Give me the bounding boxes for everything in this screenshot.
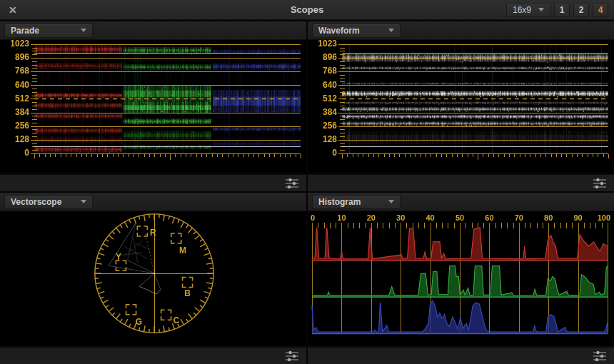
chevron-down-icon (81, 200, 86, 203)
layout-4-button[interactable]: 4 (593, 3, 608, 17)
chevron-down-icon (388, 29, 394, 32)
panel-waveform: Waveform (308, 21, 614, 191)
titlebar-controls: 16x9 1 2 4 (506, 3, 614, 17)
waveform-scope-area (308, 40, 614, 173)
waveform-scope-select[interactable]: Waveform (312, 24, 401, 38)
histogram-header: Histogram (308, 193, 614, 211)
parade-scope-select-label: Parade (11, 26, 39, 36)
layout-1-button[interactable]: 1 (554, 3, 570, 17)
aspect-ratio-select[interactable]: 16x9 (506, 3, 550, 17)
vectorscope-graph (0, 211, 306, 346)
vectorscope-scope-select-label: Vectorscope (11, 197, 61, 207)
panel-histogram: Histogram (308, 193, 614, 364)
sliders-icon (592, 178, 608, 189)
vectorscope-scope-select[interactable]: Vectorscope (4, 195, 93, 209)
histogram-graph (308, 211, 614, 346)
chevron-down-icon (388, 200, 394, 203)
vectorscope-footer (0, 346, 306, 364)
histogram-settings-button[interactable] (592, 350, 608, 362)
parade-graph (0, 40, 306, 173)
histogram-scope-area (308, 211, 614, 346)
waveform-footer (308, 173, 614, 191)
parade-footer (0, 173, 306, 191)
waveform-settings-button[interactable] (592, 178, 608, 189)
vectorscope-header: Vectorscope (0, 193, 306, 211)
sliders-icon (284, 178, 300, 189)
panel-parade: Parade (0, 21, 306, 191)
histogram-scope-select[interactable]: Histogram (312, 195, 401, 209)
layout-2-button[interactable]: 2 (573, 3, 589, 17)
close-button[interactable]: ✕ (9, 5, 17, 15)
sliders-icon (592, 350, 608, 362)
vectorscope-scope-area (0, 211, 306, 346)
waveform-scope-select-label: Waveform (318, 26, 360, 36)
histogram-footer (308, 346, 614, 364)
vectorscope-settings-button[interactable] (284, 350, 300, 362)
parade-scope-select[interactable]: Parade (4, 24, 93, 38)
chevron-down-icon (538, 8, 544, 11)
waveform-header: Waveform (308, 21, 614, 40)
waveform-graph (308, 40, 614, 173)
parade-settings-button[interactable] (284, 178, 300, 189)
panel-vectorscope: Vectorscope (0, 193, 306, 364)
scopes-grid: Parade Waveform (0, 21, 614, 364)
histogram-scope-select-label: Histogram (318, 197, 361, 207)
parade-scope-area (0, 40, 306, 173)
sliders-icon (284, 350, 300, 362)
chevron-down-icon (81, 29, 86, 32)
scopes-window: ✕ Scopes 16x9 1 2 4 Parade (0, 0, 614, 364)
aspect-ratio-value: 16x9 (513, 5, 531, 15)
parade-header: Parade (0, 21, 306, 40)
titlebar: ✕ Scopes 16x9 1 2 4 (0, 0, 614, 20)
